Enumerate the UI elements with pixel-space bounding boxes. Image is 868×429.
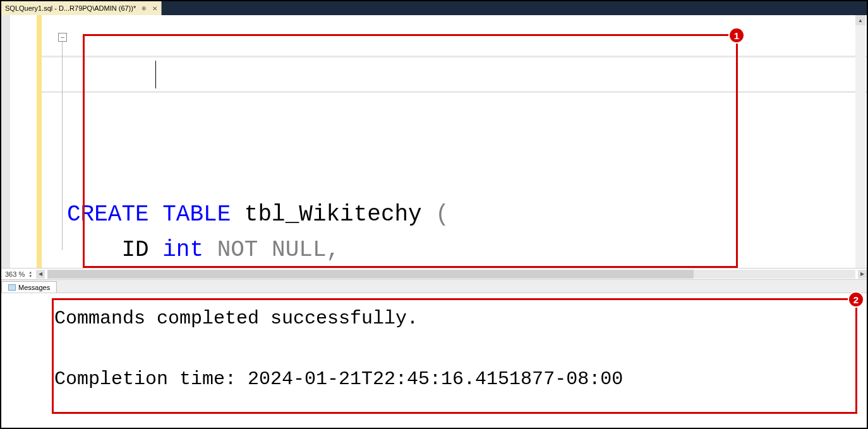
pin-icon[interactable]: ⊕ (141, 5, 147, 11)
annotation-badge-2: 2 (848, 291, 864, 308)
selection-margin (1, 15, 10, 268)
messages-icon (8, 284, 16, 291)
code-line: ID int NOT NULL, (67, 233, 867, 268)
scrollbar-thumb[interactable] (47, 270, 694, 279)
messages-output: Commands completed successfully. Complet… (54, 303, 623, 394)
code-line: CREATE TABLE tbl_Wikitechy ( (67, 197, 867, 233)
horizontal-scrollbar[interactable] (47, 270, 855, 279)
change-indicator (37, 15, 42, 268)
code-text-area[interactable]: CREATE TABLE tbl_Wikitechy ( ID int NOT … (42, 15, 867, 268)
sql-editor[interactable]: − CREATE TABLE tbl_Wikitechy ( ID int NO… (1, 15, 867, 268)
zoom-spinner[interactable]: ▲▼ (28, 270, 36, 278)
scroll-right-icon[interactable]: ▶ (858, 270, 867, 279)
outline-guide (62, 42, 63, 250)
close-icon[interactable]: ✕ (152, 5, 157, 12)
editor-footer-row: 363 % ▲▼ ◀ ▶ (1, 268, 867, 279)
collapse-toggle-icon[interactable]: − (58, 33, 67, 42)
document-tab[interactable]: SQLQuery1.sql - D...R79PQ\ADMIN (67))* ⊕… (1, 1, 162, 15)
messages-tab[interactable]: Messages (1, 281, 57, 293)
scroll-left-icon[interactable]: ◀ (36, 270, 45, 279)
line-divider (42, 56, 867, 57)
zoom-level[interactable]: 363 % (1, 270, 28, 278)
line-divider (42, 91, 867, 93)
document-tab-title: SQLQuery1.sql - D...R79PQ\ADMIN (67))* (5, 4, 136, 12)
results-tab-bar: Messages (1, 279, 867, 293)
scroll-up-icon[interactable]: ▲ (855, 15, 865, 25)
messages-tab-label: Messages (18, 284, 50, 291)
messages-pane[interactable]: Commands completed successfully. Complet… (1, 293, 867, 428)
editor-gutter (1, 15, 42, 268)
document-tab-bar: SQLQuery1.sql - D...R79PQ\ADMIN (67))* ⊕… (1, 1, 867, 15)
text-cursor (155, 61, 156, 88)
ssms-window: SQLQuery1.sql - D...R79PQ\ADMIN (67))* ⊕… (0, 0, 868, 429)
